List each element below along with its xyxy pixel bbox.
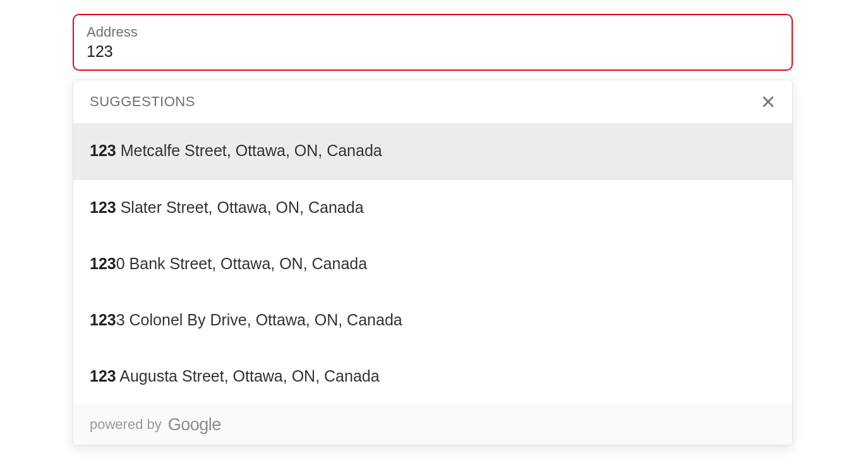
suggestion-match: 123 — [90, 255, 116, 272]
suggestion-rest: Augusta Street, Ottawa, ON, Canada — [116, 367, 380, 385]
autocomplete-container: Address SUGGESTIONS 123 Metcalfe Street,… — [73, 14, 793, 445]
suggestions-header: SUGGESTIONS — [73, 80, 792, 123]
suggestion-list: 123 Metcalfe Street, Ottawa, ON, Canada1… — [73, 123, 792, 405]
suggestion-item[interactable]: 1230 Bank Street, Ottawa, ON, Canada — [73, 236, 792, 293]
suggestion-rest: 0 Bank Street, Ottawa, ON, Canada — [116, 255, 367, 272]
address-input[interactable] — [87, 42, 779, 61]
suggestion-match: 123 — [90, 367, 116, 385]
suggestion-rest: Slater Street, Ottawa, ON, Canada — [116, 198, 364, 216]
address-field[interactable]: Address — [73, 14, 793, 71]
suggestion-match: 123 — [90, 311, 116, 329]
close-icon — [761, 94, 776, 109]
close-button[interactable] — [758, 92, 778, 112]
suggestion-item[interactable]: 123 Slater Street, Ottawa, ON, Canada — [73, 180, 792, 236]
suggestions-title: SUGGESTIONS — [90, 94, 195, 110]
powered-by-text: powered by — [90, 416, 162, 433]
suggestion-rest: 3 Colonel By Drive, Ottawa, ON, Canada — [116, 311, 402, 329]
suggestion-item[interactable]: 123 Metcalfe Street, Ottawa, ON, Canada — [73, 123, 792, 179]
powered-by-row: powered by Google — [73, 406, 792, 445]
suggestion-item[interactable]: 1233 Colonel By Drive, Ottawa, ON, Canad… — [73, 293, 792, 349]
suggestion-match: 123 — [90, 198, 116, 216]
suggestion-item[interactable]: 123 Augusta Street, Ottawa, ON, Canada — [73, 349, 792, 405]
address-label: Address — [87, 24, 779, 40]
google-logo: Google — [168, 416, 221, 433]
suggestion-rest: Metcalfe Street, Ottawa, ON, Canada — [116, 142, 382, 159]
suggestion-match: 123 — [90, 142, 116, 159]
suggestions-panel: SUGGESTIONS 123 Metcalfe Street, Ottawa,… — [73, 80, 793, 445]
